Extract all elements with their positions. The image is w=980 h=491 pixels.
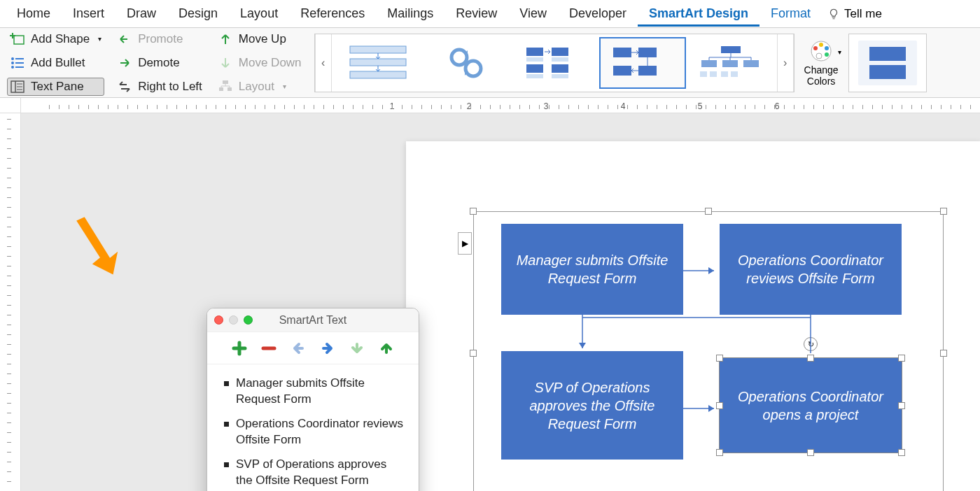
layout-label: Layout: [239, 80, 274, 94]
svg-rect-0: [14, 36, 24, 44]
menu-mailings[interactable]: Mailings: [376, 1, 444, 27]
layout-option-5[interactable]: [687, 37, 774, 89]
smartart-box-2[interactable]: Operations Coordinator reviews Offsite F…: [720, 224, 902, 315]
svg-point-25: [465, 61, 481, 76]
add-shape-label: Add Shape: [31, 32, 90, 46]
svg-rect-4: [15, 58, 24, 59]
menu-developer[interactable]: Developer: [558, 1, 638, 27]
menu-insert[interactable]: Insert: [62, 1, 115, 27]
box-handle[interactable]: [898, 402, 905, 409]
style-option-1[interactable]: [858, 41, 917, 85]
menu-smartart-design[interactable]: SmartArt Design: [638, 1, 760, 27]
change-colors-button[interactable]: ▾ ChangeColors: [804, 38, 839, 87]
chevron-down-icon: ▾: [98, 35, 102, 43]
svg-rect-31: [552, 57, 568, 62]
menu-view[interactable]: View: [508, 1, 558, 27]
menubar: Home Insert Draw Design Layout Reference…: [0, 0, 980, 28]
svg-rect-28: [526, 64, 543, 73]
text-pane-item[interactable]: Manager submits Offsite Request Form: [207, 371, 419, 412]
svg-rect-21: [350, 46, 406, 53]
svg-rect-36: [613, 66, 631, 76]
layout-button[interactable]: Layout ▾: [215, 78, 304, 96]
svg-rect-30: [526, 57, 543, 62]
box-handle[interactable]: [716, 355, 723, 362]
svg-point-3: [11, 57, 14, 60]
box-handle[interactable]: [807, 449, 814, 456]
promote-label: Promote: [138, 32, 183, 46]
svg-rect-42: [700, 71, 707, 77]
right-to-left-button[interactable]: Right to Left: [114, 78, 205, 96]
svg-point-7: [11, 66, 14, 69]
move-up-pane-button[interactable]: [377, 339, 396, 357]
box-handle[interactable]: [898, 355, 905, 362]
svg-point-51: [813, 46, 818, 50]
text-pane-titlebar[interactable]: SmartArt Text: [207, 308, 419, 332]
svg-rect-33: [552, 74, 568, 78]
smartart-box-1[interactable]: Manager submits Offsite Request Form: [501, 224, 683, 315]
text-pane-item[interactable]: SVP of Operations approves the Offsite R…: [207, 453, 419, 491]
tell-me[interactable]: Tell me: [827, 7, 882, 21]
arrow-3-to-4: [683, 401, 720, 415]
menu-review[interactable]: Review: [444, 1, 508, 27]
svg-rect-41: [743, 60, 759, 67]
menu-format[interactable]: Format: [760, 1, 822, 27]
remove-item-button[interactable]: [260, 339, 278, 357]
rtl-label: Right to Left: [138, 80, 202, 94]
layout-option-1[interactable]: [335, 37, 421, 89]
demote-button[interactable]: Demote: [114, 54, 205, 72]
menu-home[interactable]: Home: [6, 1, 62, 27]
resize-handle-n[interactable]: [705, 208, 712, 215]
menu-references[interactable]: References: [289, 1, 376, 27]
change-colors-label2: Colors: [807, 76, 835, 87]
svg-rect-32: [526, 74, 543, 78]
move-down-button[interactable]: Move Down: [215, 54, 304, 72]
add-shape-button[interactable]: Add Shape ▾: [7, 30, 104, 48]
text-pane-toolbar: [207, 332, 419, 364]
resize-handle-nw[interactable]: [470, 208, 477, 215]
smartart-text-pane[interactable]: SmartArt Text Manager submits Offsite Re…: [206, 308, 419, 491]
layout-option-2[interactable]: [423, 37, 510, 89]
gallery-next-button[interactable]: ›: [777, 34, 794, 92]
indent-button[interactable]: [318, 339, 337, 357]
outdent-button[interactable]: [289, 339, 307, 357]
resize-handle-ne[interactable]: [940, 208, 947, 215]
text-pane-item[interactable]: Operations Coordinator reviews Offsite F…: [207, 412, 419, 453]
smartart-box-4-text: Operations Coordinator opens a project: [729, 387, 892, 424]
layout-option-3[interactable]: [511, 37, 598, 89]
text-pane-item-text: Operations Coordinator reviews Offsite F…: [236, 416, 405, 448]
demote-label: Demote: [138, 56, 180, 70]
move-down-pane-button[interactable]: [348, 339, 366, 357]
smartart-box-3[interactable]: SVP of Operations approves the Offsite R…: [501, 351, 683, 460]
smartart-box-4[interactable]: Operations Coordinator opens a project: [720, 358, 902, 453]
expand-text-pane-button[interactable]: ▶: [458, 232, 472, 255]
resize-handle-e[interactable]: [940, 350, 947, 357]
palette-icon: [807, 38, 835, 64]
menu-draw[interactable]: Draw: [115, 1, 167, 27]
svg-rect-16: [227, 87, 232, 91]
box-handle[interactable]: [716, 449, 723, 456]
style-gallery[interactable]: [848, 34, 927, 92]
layout-icon: [218, 79, 233, 94]
text-pane-label: Text Pane: [31, 80, 84, 94]
gallery-prev-button[interactable]: ‹: [315, 34, 332, 92]
bullet-icon: [224, 462, 229, 467]
smartart-frame[interactable]: ▶ Manager submits Offsite Request Form O…: [473, 211, 944, 491]
text-pane-button[interactable]: Text Pane: [7, 78, 104, 96]
vertical-ruler: [0, 113, 21, 491]
horizontal-ruler: 123456: [0, 98, 980, 113]
promote-button[interactable]: Promote: [114, 30, 205, 48]
text-pane-icon: [10, 79, 25, 94]
box-handle[interactable]: [898, 449, 905, 456]
rtl-icon: [117, 79, 132, 94]
svg-point-53: [825, 46, 829, 50]
add-bullet-button[interactable]: Add Bullet: [7, 54, 104, 72]
add-item-button[interactable]: [230, 339, 248, 357]
callout-arrow-icon: [74, 210, 130, 280]
add-shape-icon: [10, 31, 25, 47]
move-up-button[interactable]: Move Up: [215, 30, 304, 48]
menu-design[interactable]: Design: [167, 1, 229, 27]
layout-option-4[interactable]: [599, 37, 686, 89]
svg-rect-35: [638, 48, 657, 57]
resize-handle-w[interactable]: [470, 350, 477, 357]
menu-layout[interactable]: Layout: [229, 1, 289, 27]
